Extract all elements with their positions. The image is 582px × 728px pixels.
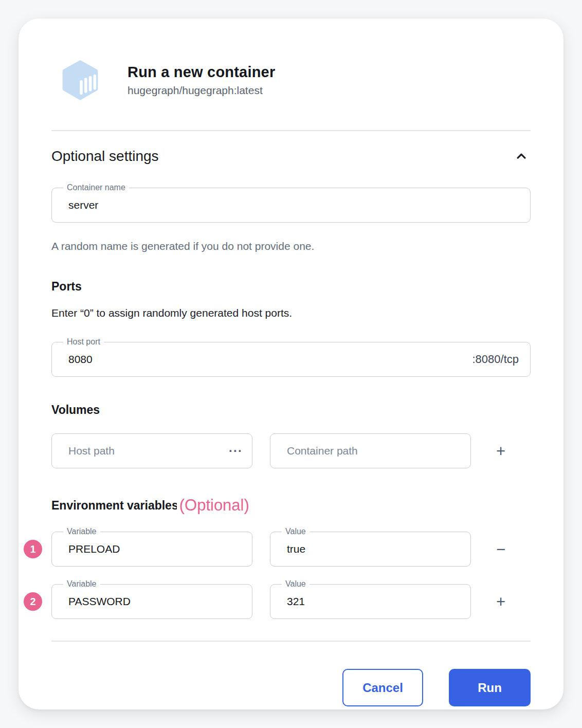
dialog-header: Run a new container hugegraph/hugegraph:… bbox=[51, 19, 531, 101]
browse-ellipsis-icon[interactable]: ··· bbox=[229, 445, 243, 457]
optional-annotation: (Optional) bbox=[177, 494, 254, 517]
env-value-input-1[interactable] bbox=[270, 532, 470, 566]
volumes-heading: Volumes bbox=[51, 403, 531, 417]
env-variable-input-1[interactable] bbox=[52, 532, 252, 566]
env-variable-input-2[interactable] bbox=[52, 585, 252, 618]
cancel-button[interactable]: Cancel bbox=[342, 669, 423, 706]
annotation-badge-2: 2 bbox=[24, 592, 42, 611]
host-path-field: ··· bbox=[51, 433, 252, 468]
container-name-input[interactable] bbox=[52, 188, 530, 222]
container-name-helper: A random name is generated if you do not… bbox=[51, 240, 531, 252]
remove-env-button[interactable]: − bbox=[492, 539, 510, 559]
header-divider bbox=[51, 130, 531, 131]
env-row-1: 1 Variable Value − bbox=[51, 532, 531, 567]
container-path-field bbox=[270, 433, 471, 468]
run-button[interactable]: Run bbox=[449, 669, 531, 706]
env-value-input-2[interactable] bbox=[270, 585, 470, 618]
env-row-2: 2 Variable Value + bbox=[51, 584, 531, 619]
run-container-dialog: Run a new container hugegraph/hugegraph:… bbox=[19, 19, 563, 709]
env-variable-field-2: Variable bbox=[51, 584, 252, 619]
env-value-field-1: Value bbox=[270, 532, 471, 567]
annotation-badge-1: 1 bbox=[24, 540, 42, 558]
add-env-button[interactable]: + bbox=[492, 592, 510, 612]
container-box-icon bbox=[57, 60, 104, 101]
volume-row: ··· + bbox=[51, 433, 531, 468]
env-value-field-2: Value bbox=[270, 584, 471, 619]
footer-divider bbox=[51, 641, 531, 642]
container-name-field: Container name bbox=[51, 188, 531, 223]
container-path-input[interactable] bbox=[270, 434, 470, 468]
env-variable-field-1: Variable bbox=[51, 532, 252, 567]
env-heading: Environment variables bbox=[51, 499, 178, 513]
host-port-field: Host port :8080/tcp bbox=[51, 342, 531, 377]
host-port-input[interactable] bbox=[52, 342, 530, 376]
dialog-footer: Cancel Run bbox=[51, 669, 531, 706]
optional-settings-heading: Optional settings bbox=[51, 148, 159, 165]
host-path-input[interactable] bbox=[52, 434, 252, 468]
ports-heading: Ports bbox=[51, 280, 531, 294]
dialog-title: Run a new container bbox=[128, 64, 275, 81]
chevron-up-icon[interactable] bbox=[512, 147, 531, 166]
add-volume-button[interactable]: + bbox=[492, 441, 510, 461]
ports-hint: Enter “0” to assign randomly generated h… bbox=[51, 307, 531, 319]
image-name: hugegraph/hugegraph:latest bbox=[128, 84, 275, 97]
